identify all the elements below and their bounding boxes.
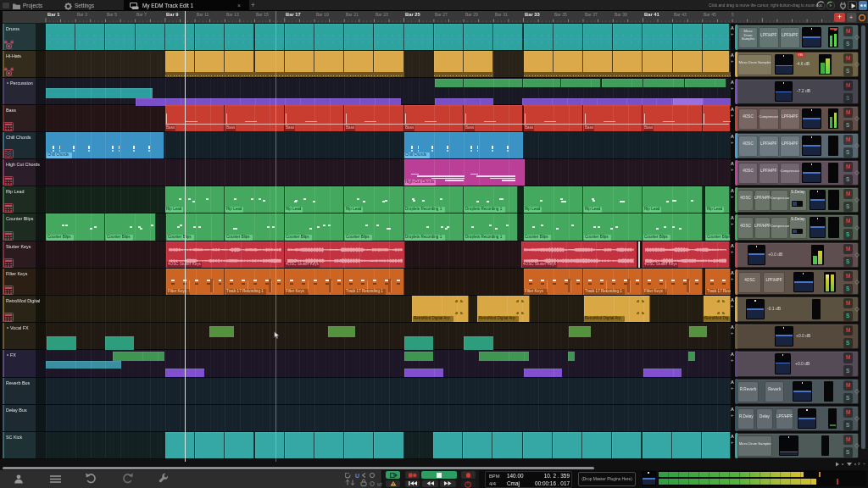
svg-text:U: U <box>355 473 359 479</box>
